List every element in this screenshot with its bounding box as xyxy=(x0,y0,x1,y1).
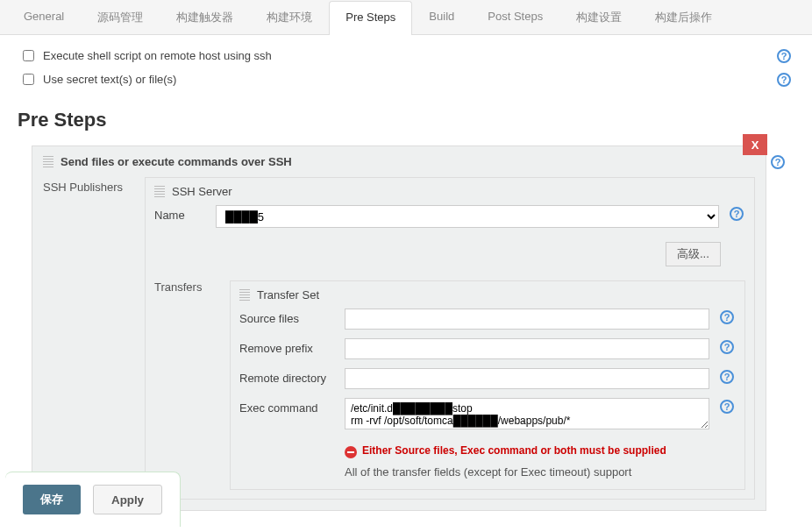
remote-dir-input[interactable] xyxy=(345,368,709,389)
help-icon[interactable]: ? xyxy=(720,340,734,354)
help-icon[interactable]: ? xyxy=(720,370,734,384)
drag-handle-icon[interactable] xyxy=(239,289,250,301)
checkbox-secret[interactable] xyxy=(23,74,34,85)
remove-prefix-label: Remove prefix xyxy=(239,338,336,355)
save-button[interactable]: 保存 xyxy=(23,485,81,511)
config-tabs: General 源码管理 构建触发器 构建环境 Pre Steps Build … xyxy=(0,0,812,35)
publishers-label: SSH Publishers xyxy=(43,177,131,500)
tab-post-steps[interactable]: Post Steps xyxy=(471,0,559,34)
help-icon[interactable]: ? xyxy=(771,155,785,169)
checkbox-ssh-shell[interactable] xyxy=(23,50,34,61)
error-icon xyxy=(345,446,357,458)
option-secret: Use secret text(s) or file(s) ? xyxy=(9,67,794,91)
ssh-server-label: SSH Server xyxy=(172,185,232,198)
tab-build[interactable]: Build xyxy=(412,0,471,34)
tab-post-build[interactable]: 构建后操作 xyxy=(638,0,729,34)
help-icon[interactable]: ? xyxy=(730,207,744,221)
exec-cmd-label: Exec command xyxy=(239,398,336,415)
source-files-label: Source files xyxy=(239,309,336,325)
label-ssh-shell: Execute shell script on remote host usin… xyxy=(43,49,272,62)
exec-cmd-textarea[interactable] xyxy=(345,398,709,429)
transfers-label: Transfers xyxy=(154,280,216,490)
tab-pre-steps[interactable]: Pre Steps xyxy=(329,1,412,35)
close-button[interactable]: X xyxy=(743,134,767,155)
help-icon[interactable]: ? xyxy=(720,400,734,414)
drag-handle-icon[interactable] xyxy=(154,186,165,198)
tab-build-settings[interactable]: 构建设置 xyxy=(559,0,638,34)
ssh-block-title: Send files or execute commands over SSH xyxy=(61,155,292,168)
help-icon[interactable]: ? xyxy=(720,310,734,324)
ssh-block-header: Send files or execute commands over SSH xyxy=(32,146,766,177)
section-heading-pre-steps: Pre Steps xyxy=(18,109,794,131)
tab-general[interactable]: General xyxy=(7,0,81,34)
option-ssh-shell: Execute shell script on remote host usin… xyxy=(9,44,794,67)
tab-triggers[interactable]: 构建触发器 xyxy=(160,0,250,34)
footer-bar: 保存 Apply xyxy=(5,472,181,511)
name-select[interactable]: ████5 xyxy=(216,205,719,228)
help-icon[interactable]: ? xyxy=(777,49,791,63)
source-files-input[interactable] xyxy=(345,309,709,330)
remote-dir-label: Remote directory xyxy=(239,368,336,385)
transfer-set-block: Transfer Set Source files ? xyxy=(230,280,745,490)
drag-handle-icon[interactable] xyxy=(43,156,53,168)
ssh-server-block: SSH Server Name ████5 ? xyxy=(145,177,755,500)
transfer-set-label: Transfer Set xyxy=(257,288,319,301)
error-message: Either Source files, Exec command or bot… xyxy=(362,444,666,458)
label-secret: Use secret text(s) or file(s) xyxy=(43,73,176,86)
advanced-button[interactable]: 高级... xyxy=(666,242,721,266)
tab-env[interactable]: 构建环境 xyxy=(250,0,329,34)
apply-button[interactable]: Apply xyxy=(93,485,162,511)
help-icon[interactable]: ? xyxy=(777,73,791,87)
name-label: Name xyxy=(154,205,207,222)
transfer-note: All of the transfer fields (except for E… xyxy=(345,465,709,479)
tab-scm[interactable]: 源码管理 xyxy=(81,0,160,34)
remove-prefix-input[interactable] xyxy=(345,338,709,359)
ssh-block: X ? Send files or execute commands over … xyxy=(32,145,766,511)
